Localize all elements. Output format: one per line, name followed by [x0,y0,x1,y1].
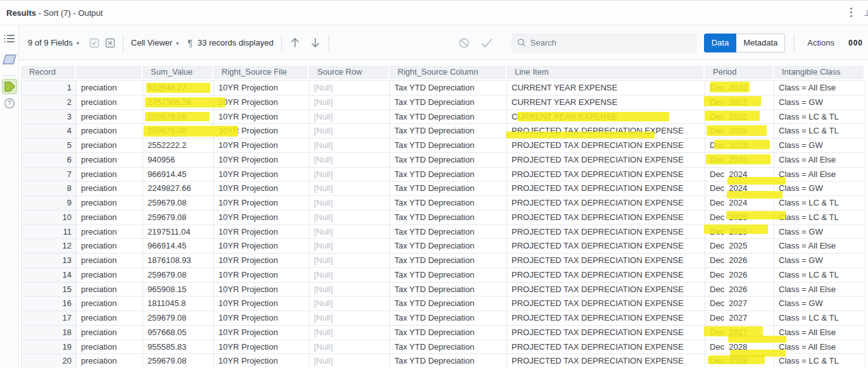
cell-record[interactable]: 2 [22,95,77,110]
cell-source_row[interactable]: [Null] [310,138,390,153]
cell-line_item[interactable]: PROJECTED TAX DEPRECIATION EXPENSE [507,268,705,283]
cell-period[interactable]: Dec 2028 [705,354,774,368]
data-tab-button[interactable]: Data [704,34,736,52]
cell-right_source_column[interactable]: Tax YTD Depreciation [390,326,507,340]
cell-period[interactable]: Dec 2028 [705,340,774,355]
cell-right_source_file[interactable]: 10YR Projection [214,311,310,326]
cell-right_source_file[interactable]: 10YR Projection [214,110,310,125]
cell-right_source_file[interactable]: 10YR Projection [214,211,310,225]
cell-period[interactable]: Dec 2025 [705,239,774,254]
cell-right_source_file[interactable]: 10YR Projection [214,225,310,240]
cell-source_row[interactable]: [Null] [310,239,390,254]
checkmark-icon[interactable] [480,37,494,49]
cell-record[interactable]: 3 [22,110,77,125]
cell-record[interactable]: 16 [22,297,77,311]
cell-record[interactable]: 15 [22,283,77,297]
cell-sum_value[interactable]: 1811045.8 [143,297,214,311]
cell-period[interactable]: Dec 2023 [705,138,774,153]
cell-record[interactable]: 17 [22,311,77,326]
cell-line_item[interactable]: PROJECTED TAX DEPRECIATION EXPENSE [507,153,705,168]
cell-sum_value[interactable]: 940956 [143,153,214,168]
cell-line_item[interactable]: PROJECTED TAX DEPRECIATION EXPENSE [507,168,705,182]
cell-source_row[interactable]: [Null] [310,110,390,125]
cell-unnamed[interactable]: preciation [77,354,143,368]
column-header-source_row[interactable]: Source Row [309,66,389,80]
cell-line_item[interactable]: PROJECTED TAX DEPRECIATION EXPENSE [507,254,705,268]
cell-period[interactable]: Dec 2026 [705,254,774,268]
cell-right_source_column[interactable]: Tax YTD Depreciation [390,196,507,211]
cell-period[interactable]: Dec 2027 [705,311,774,326]
cell-unnamed[interactable]: preciation [77,110,143,125]
cell-intangible_class[interactable]: Class = LC & TL [774,311,865,326]
cell-right_source_file[interactable]: 10YR Projection [214,254,310,268]
cell-right_source_column[interactable]: Tax YTD Depreciation [390,95,507,110]
cell-intangible_class[interactable]: Class = LC & TL [774,211,865,225]
cell-right_source_column[interactable]: Tax YTD Depreciation [390,239,507,254]
cell-right_source_file[interactable]: 10YR Projection [214,153,310,168]
pin-icon[interactable]: ⊥ [864,8,868,17]
cell-sum_value[interactable]: 259679.08 [143,211,214,225]
column-header-record[interactable]: Record [21,66,76,80]
cell-sum_value[interactable]: 922648.27 [143,81,214,95]
cell-intangible_class[interactable]: Class = GW [774,297,865,311]
cell-record[interactable]: 4 [22,124,77,138]
cell-source_row[interactable]: [Null] [310,124,390,138]
cell-unnamed[interactable]: preciation [77,254,143,268]
cell-right_source_file[interactable]: 10YR Projection [214,239,310,254]
cell-unnamed[interactable]: preciation [77,311,143,326]
cell-period[interactable]: Dec 2024 [705,196,774,211]
cell-period[interactable]: Dec 2026 [705,268,774,283]
list-view-icon[interactable] [4,34,15,44]
cell-right_source_column[interactable]: Tax YTD Depreciation [390,254,507,268]
actions-badge[interactable]: 000 [848,39,863,47]
cell-right_source_column[interactable]: Tax YTD Depreciation [390,225,507,240]
cell-line_item[interactable]: PROJECTED TAX DEPRECIATION EXPENSE [507,340,705,355]
cell-source_row[interactable]: [Null] [310,340,390,355]
cell-right_source_file[interactable]: 10YR Projection [214,326,310,340]
cell-intangible_class[interactable]: Class = All Else [774,340,865,355]
cell-right_source_file[interactable]: 10YR Projection [214,283,310,297]
cell-unnamed[interactable]: preciation [77,196,143,211]
cell-unnamed[interactable]: preciation [77,239,143,254]
column-header-sum_value[interactable]: Sum_Value [142,66,213,80]
output-anchor-icon[interactable] [2,79,17,94]
cell-sum_value[interactable]: 955585.83 [143,340,214,355]
cell-viewer-dropdown[interactable]: Cell Viewer▾ [131,38,179,47]
cell-sum_value[interactable]: 259679.08 [143,311,214,326]
cell-right_source_file[interactable]: 10YR Projection [214,297,310,311]
input-anchor-icon[interactable] [3,54,16,65]
cell-sum_value[interactable]: 259679.08 [143,124,214,138]
arrow-down-icon[interactable] [310,37,321,49]
cell-line_item[interactable]: CURRENT YEAR EXPENSE [507,95,705,110]
cell-period[interactable]: Dec 2025 [705,225,774,240]
cell-record[interactable]: 7 [22,168,77,182]
column-header-line_item[interactable]: Line Item [506,66,705,80]
checkbox-x-icon[interactable] [105,38,115,48]
cell-intangible_class[interactable]: Class = GW [774,254,865,268]
cell-line_item[interactable]: PROJECTED TAX DEPRECIATION EXPENSE [507,196,705,211]
cell-period[interactable]: Dec 2022 [705,110,774,125]
cell-period[interactable]: Dec 2023 [705,124,774,138]
search-input[interactable] [531,38,691,47]
cell-sum_value[interactable]: 1876108.93 [143,254,214,268]
cell-right_source_column[interactable]: Tax YTD Depreciation [390,168,507,182]
cell-record[interactable]: 19 [22,340,77,355]
cell-sum_value[interactable]: 957668.05 [143,326,214,340]
cell-source_row[interactable]: [Null] [310,326,390,340]
cell-line_item[interactable]: PROJECTED TAX DEPRECIATION EXPENSE [507,297,705,311]
cell-unnamed[interactable]: preciation [77,124,143,138]
column-header-right_source_column[interactable]: Right_Source Column [389,66,506,80]
cell-intangible_class[interactable]: Class = LC & TL [774,124,865,138]
cell-right_source_column[interactable]: Tax YTD Depreciation [390,340,507,355]
cell-right_source_column[interactable]: Tax YTD Depreciation [390,181,507,196]
cell-record[interactable]: 11 [22,225,77,240]
cell-source_row[interactable]: [Null] [310,297,390,311]
cell-unnamed[interactable]: preciation [77,297,143,311]
cell-source_row[interactable]: [Null] [310,225,390,240]
cell-unnamed[interactable]: preciation [77,168,143,182]
cell-record[interactable]: 18 [22,326,77,340]
cell-right_source_column[interactable]: Tax YTD Depreciation [390,297,507,311]
cell-right_source_column[interactable]: Tax YTD Depreciation [390,138,507,153]
cell-unnamed[interactable]: preciation [77,340,143,355]
cell-line_item[interactable]: PROJECTED TAX DEPRECIATION EXPENSE [507,354,705,368]
